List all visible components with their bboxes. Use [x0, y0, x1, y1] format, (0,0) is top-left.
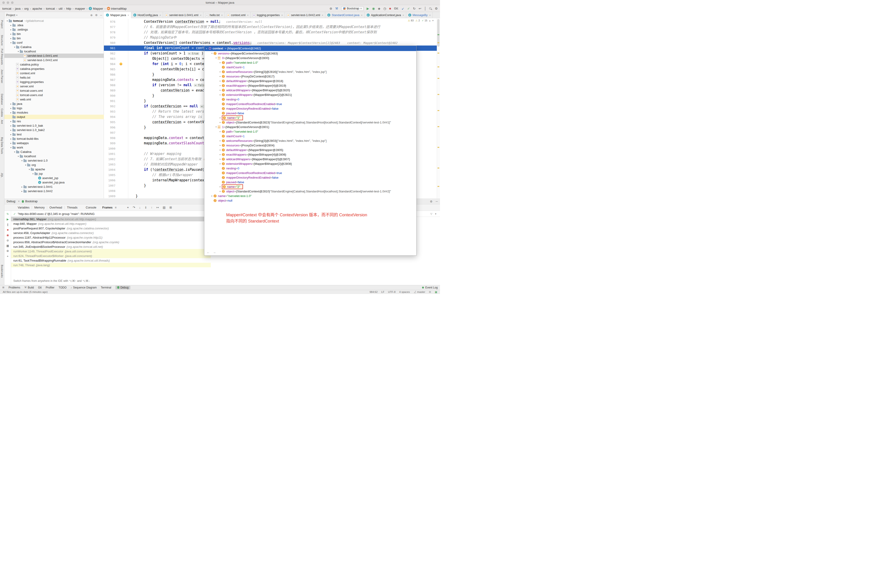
editor-tab[interactable]: hello.txt× [204, 12, 225, 18]
tree-row[interactable]: ▸.idea [4, 23, 104, 27]
tree-toggle-icon[interactable]: ▸ [219, 158, 222, 160]
tree-row[interactable]: ▾conf [4, 40, 104, 45]
tab-console[interactable]: Console [86, 206, 96, 209]
step-out-button[interactable]: ↑ [151, 206, 152, 209]
tree-toggle-icon[interactable]: ▾ [21, 159, 24, 162]
breadcrumb-item[interactable]: tomcat [2, 7, 11, 10]
tree-toggle-icon[interactable]: ▸ [9, 33, 12, 35]
tree-toggle-icon[interactable]: ▸ [210, 195, 214, 197]
variable-row[interactable]: ▸fpath = "/servelet-test-1.0" [204, 129, 416, 134]
debugger-popup-header[interactable]: ▸ context = {Mapper$Context@2482} [204, 46, 416, 51]
toolwindow-button-git[interactable]: Git [38, 286, 41, 289]
tree-row[interactable]: servlet-test-1.0##1.xml [4, 54, 104, 58]
run-config-select[interactable]: Bootstrap▾ [341, 6, 364, 11]
view-variables[interactable]: Variables [15, 206, 32, 209]
tool-stripe-big-data-tools[interactable]: Big Data Tools [1, 137, 3, 154]
tree-toggle-icon[interactable]: ▸ [9, 124, 12, 127]
variable-row[interactable]: ▸fresources = {ProxyDirContext@2817} [204, 74, 416, 79]
editor-tab[interactable]: CApplicationContext.java× [364, 12, 406, 18]
settings-icon[interactable]: ⚙ [95, 14, 98, 17]
tree-row[interactable]: hello.txt [4, 75, 104, 80]
close-tab-icon[interactable]: × [281, 14, 283, 16]
variable-row[interactable]: ▸fobject = {StandardContext@2810} "Stand… [204, 189, 416, 194]
frame-row[interactable]: run:345, JIoEndpoint$SocketProcessor (or… [11, 244, 211, 249]
tree-toggle-icon[interactable]: ▾ [214, 126, 218, 128]
variable-row[interactable]: ▸fpath = "/servelet-test-1.0" [204, 60, 416, 65]
tree-toggle-icon[interactable]: ▾ [13, 46, 16, 48]
tool-stripe-project[interactable]: Project [1, 20, 3, 28]
indent-style[interactable]: 4 spaces [399, 291, 410, 293]
variable-row[interactable]: fmapperContextRootRedirectEnabled = true [204, 171, 416, 175]
debug-button[interactable]: ◉ [372, 7, 375, 10]
tree-row[interactable]: ▾servlet-test-1.0 [4, 158, 104, 163]
tree-toggle-icon[interactable]: ▾ [13, 151, 16, 153]
view-overhead[interactable]: Overhead [47, 206, 64, 209]
variable-row[interactable]: fpaused = false [204, 111, 416, 116]
tree-row[interactable]: catalina.policy [4, 62, 104, 67]
breadcrumb-item[interactable]: http [66, 7, 71, 10]
close-tab-icon[interactable]: × [160, 14, 161, 16]
pause-button[interactable]: ∥ [7, 223, 9, 226]
tool-stripe-database[interactable]: Database [1, 94, 3, 105]
tree-toggle-icon[interactable]: ▸ [219, 89, 222, 91]
tree-toggle-icon[interactable]: ▸ [9, 129, 12, 131]
tree-toggle-icon[interactable]: ▾ [9, 42, 12, 44]
settings-icon[interactable]: ⚙ [435, 7, 438, 10]
close-tab-icon[interactable]: × [127, 14, 129, 16]
run-button[interactable]: ▶ [367, 7, 369, 10]
variable-row[interactable]: ▸fexactWrappers = {Mapper$Wrapper[4]@280… [204, 152, 416, 157]
tree-toggle-icon[interactable]: ▸ [219, 153, 222, 156]
layout-grid-button[interactable]: ⊞ [169, 206, 172, 209]
tree-toggle-icon[interactable]: ▸ [219, 144, 222, 146]
tree-toggle-icon[interactable]: ▸ [219, 162, 222, 165]
debug-session-tab[interactable]: Bootstrap [22, 200, 38, 203]
tree-row[interactable]: server.xml [4, 84, 104, 88]
tree-row[interactable]: context.xml [4, 71, 104, 75]
step-into-button[interactable]: ↓ [139, 206, 141, 209]
editor-line[interactable]: 977 // 6．前面曾讲到MappedContext存放了路径相同的所有版本的… [104, 24, 437, 30]
tree-row[interactable]: ▾localhost [4, 154, 104, 158]
frame-row[interactable]: process:658, AbstractProtocol$AbstractCo… [11, 240, 211, 244]
tree-row[interactable]: catalina.properties [4, 67, 104, 71]
variable-row[interactable]: ▾1 = {Mapper$ContextVersion@2801} [204, 124, 416, 129]
tree-row[interactable]: ▸servlet-test-1.0##2 [4, 189, 104, 194]
tree-toggle-icon[interactable]: ▸ [219, 84, 222, 87]
locate-icon[interactable]: ⊕ [90, 14, 93, 17]
variable-row[interactable]: fslashCount = 1 [204, 65, 416, 69]
variable-row[interactable]: ▸fextensionWrappers = {Mapper$Wrapper[2]… [204, 92, 416, 97]
breadcrumb-item[interactable]: CMapper [89, 7, 103, 10]
git-branch[interactable]: ⌥master [414, 291, 425, 294]
toolwindow-button-build[interactable]: ⚒Build [24, 286, 34, 289]
tree-row[interactable]: ▾Catalina [4, 150, 104, 154]
variable-row[interactable]: fmapperDirectoryRedirectEnabled = false [204, 106, 416, 111]
tree-row[interactable]: tomcat-users.xsd [4, 93, 104, 97]
tree-row[interactable]: ▸tomcat-build-libs [4, 136, 104, 141]
breadcrumb-item[interactable]: mapper [75, 7, 85, 10]
view-breakpoints-button[interactable]: ◉ [6, 234, 9, 237]
tree-toggle-icon[interactable]: ▾ [6, 20, 9, 22]
collab-icon[interactable]: ⊚ [330, 7, 332, 10]
tree-toggle-icon[interactable]: ▸ [219, 140, 222, 142]
variable-row[interactable]: ▸fname = "/servelet-test-1.0" [204, 194, 416, 198]
tree-toggle-icon[interactable]: ▾ [214, 57, 218, 59]
tree-row[interactable]: ▾org [4, 163, 104, 167]
breadcrumb-item[interactable]: apache [32, 7, 42, 10]
tool-stripe-pull-requests[interactable]: Pull Requests [1, 49, 3, 65]
tree-row[interactable]: Caservlet_jsp [4, 176, 104, 180]
inspection-widget[interactable]: ⚠ 83 ⚠ 2 ✓ 15 ▴ ▾ [406, 19, 435, 22]
toolwindow-switcher-icon[interactable]: ⊞ [2, 286, 4, 289]
tree-toggle-icon[interactable]: ▾ [17, 155, 20, 158]
tree-toggle-icon[interactable]: ▸ [219, 190, 222, 192]
resume-button[interactable]: ▶ [7, 218, 9, 221]
tree-row[interactable]: Caservlet_jsp.java [4, 180, 104, 184]
zoom-window-button[interactable] [11, 2, 13, 4]
tree-toggle-icon[interactable]: ▸ [9, 142, 12, 144]
tree-toggle-icon[interactable]: ▸ [9, 138, 12, 140]
tree-toggle-icon[interactable]: ▾ [24, 164, 27, 166]
variable-row[interactable]: ▸fobject = {StandardContext@2823} "Stand… [204, 120, 416, 124]
variable-row[interactable]: fobject = null [204, 198, 416, 203]
tree-toggle-icon[interactable]: ▸ [9, 107, 12, 110]
step-over-button[interactable]: ↷ [133, 206, 135, 209]
git-update-icon[interactable]: ↙ [402, 7, 404, 10]
tree-toggle-icon[interactable]: ▾ [210, 52, 214, 54]
